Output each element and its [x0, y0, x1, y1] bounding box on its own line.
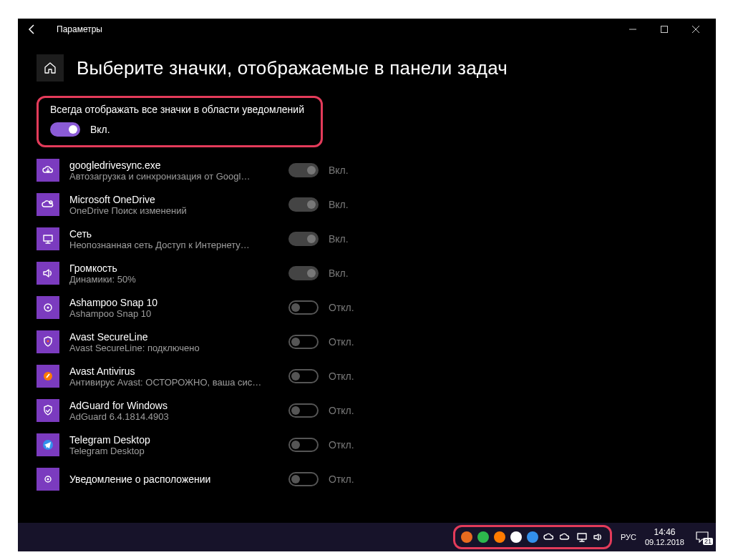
item-text: СетьНеопознанная сеть Доступ к Интернету…: [69, 228, 263, 250]
list-item: Avast AntivirusАнтивирус Avast: ОСТОРОЖН…: [37, 360, 697, 395]
item-sub: OneDrive Поиск изменений: [69, 205, 263, 216]
item-toggle[interactable]: [288, 232, 319, 246]
close-button[interactable]: [680, 19, 712, 39]
svg-point-8: [47, 340, 49, 343]
home-icon: [44, 62, 57, 74]
item-toggle[interactable]: [288, 403, 319, 418]
item-name: googledrivesync.exe: [69, 159, 263, 171]
action-center-button[interactable]: 21: [691, 528, 713, 546]
page-header: Выберите значки, отображаемые в панели з…: [37, 54, 697, 82]
list-item: googledrivesync.exeАвтозагрузка и синхро…: [37, 154, 697, 189]
list-item: AdGuard for WindowsAdGuard 6.4.1814.4903…: [37, 395, 697, 429]
item-toggle-state: Откл.: [329, 405, 354, 416]
master-toggle-section: Всегда отображать все значки в области у…: [37, 96, 323, 147]
titlebar: Параметры: [18, 19, 716, 40]
item-toggle-state: Вкл.: [329, 164, 349, 176]
onedrive-icon[interactable]: [560, 531, 571, 543]
snap-icon[interactable]: [461, 531, 472, 543]
app-icon: [37, 399, 59, 422]
item-control: Откл.: [288, 335, 354, 349]
item-toggle-state: Откл.: [329, 439, 354, 451]
app-icon: [37, 365, 59, 388]
svg-rect-5: [44, 235, 52, 241]
app-icon: [37, 296, 59, 319]
item-name: Microsoft OneDrive: [69, 194, 263, 205]
item-sub: Автозагрузка и синхронизация от Googl…: [69, 171, 263, 182]
item-toggle[interactable]: [288, 197, 319, 212]
item-toggle[interactable]: [288, 369, 319, 383]
clock-time: 14:46: [645, 527, 684, 537]
item-toggle[interactable]: [288, 438, 319, 452]
list-item: Уведомление о расположенииОткл.: [37, 463, 697, 498]
item-text: Microsoft OneDriveOneDrive Поиск изменен…: [69, 194, 263, 216]
app-icon: [37, 193, 59, 216]
item-name: Avast SecureLine: [69, 331, 263, 343]
item-control: Откл.: [288, 369, 354, 383]
item-sub: Telegram Desktop: [69, 446, 263, 456]
item-toggle[interactable]: [288, 266, 319, 280]
master-toggle[interactable]: [50, 122, 80, 137]
item-toggle-state: Откл.: [329, 473, 354, 485]
secureline-icon[interactable]: [510, 531, 522, 543]
maximize-icon: [661, 26, 668, 33]
item-toggle[interactable]: [288, 300, 319, 315]
language-indicator[interactable]: РУС: [616, 533, 641, 541]
adguard-icon[interactable]: [477, 531, 489, 543]
content-area: Выберите значки, отображаемые в панели з…: [18, 40, 716, 534]
item-toggle-state: Откл.: [329, 370, 354, 382]
volume-icon[interactable]: [593, 531, 604, 543]
list-item: ГромкостьДинамики: 50%Вкл.: [37, 257, 697, 292]
item-name: Telegram Desktop: [69, 434, 263, 446]
close-icon: [692, 26, 699, 33]
item-toggle-state: Откл.: [329, 302, 354, 313]
list-item: СетьНеопознанная сеть Доступ к Интернету…: [37, 223, 697, 257]
svg-point-12: [47, 478, 49, 481]
taskbar: РУС 14:46 09.12.2018 21: [18, 523, 716, 551]
item-text: Telegram DesktopTelegram Desktop: [69, 434, 263, 456]
item-control: Откл.: [288, 438, 354, 452]
clock[interactable]: 14:46 09.12.2018: [641, 527, 689, 547]
item-control: Откл.: [288, 300, 354, 315]
maximize-button[interactable]: [649, 19, 680, 39]
item-toggle[interactable]: [288, 335, 319, 349]
list-item: Avast SecureLineAvast SecureLine: подклю…: [37, 326, 697, 360]
master-toggle-state: Вкл.: [90, 124, 110, 135]
app-icon: [37, 330, 59, 353]
app-icon: [37, 159, 59, 182]
item-name: Ashampoo Snap 10: [69, 297, 263, 308]
item-text: Avast AntivirusАнтивирус Avast: ОСТОРОЖН…: [69, 365, 263, 388]
gdrive-icon[interactable]: [543, 531, 555, 543]
item-sub: Антивирус Avast: ОСТОРОЖНО, ваша сис…: [69, 377, 263, 388]
item-text: AdGuard for WindowsAdGuard 6.4.1814.4903: [69, 400, 263, 422]
system-tray: [453, 525, 612, 549]
list-item: Microsoft OneDriveOneDrive Поиск изменен…: [37, 189, 697, 223]
item-sub: AdGuard 6.4.1814.4903: [69, 411, 263, 422]
window-title: Параметры: [57, 24, 102, 34]
item-toggle[interactable]: [288, 472, 319, 486]
item-text: Avast SecureLineAvast SecureLine: подклю…: [69, 331, 263, 353]
svg-rect-13: [578, 534, 586, 539]
minimize-icon: [629, 26, 636, 33]
item-control: Вкл.: [288, 232, 349, 246]
item-control: Вкл.: [288, 163, 349, 177]
item-toggle[interactable]: [288, 163, 319, 177]
notification-badge: 21: [703, 538, 713, 545]
item-control: Откл.: [288, 403, 354, 418]
svg-point-7: [47, 307, 49, 309]
item-text: Ashampoo Snap 10Ashampoo Snap 10: [69, 297, 263, 319]
item-toggle-state: Вкл.: [329, 233, 349, 245]
telegram-icon[interactable]: [527, 531, 538, 543]
item-name: Avast Antivirus: [69, 365, 263, 377]
item-toggle-state: Вкл.: [329, 199, 349, 210]
item-sub: Неопознанная сеть Доступ к Интернету…: [69, 240, 263, 250]
back-button[interactable]: [22, 19, 42, 39]
icon-list: googledrivesync.exeАвтозагрузка и синхро…: [37, 154, 697, 498]
minimize-button[interactable]: [617, 19, 649, 39]
item-text: googledrivesync.exeАвтозагрузка и синхро…: [69, 159, 263, 182]
window-controls: [617, 19, 712, 39]
avast-icon[interactable]: [494, 531, 505, 543]
home-button[interactable]: [37, 54, 64, 82]
item-toggle-state: Вкл.: [329, 267, 349, 279]
network-icon[interactable]: [576, 531, 588, 543]
list-item: Ashampoo Snap 10Ashampoo Snap 10Откл.: [37, 292, 697, 326]
